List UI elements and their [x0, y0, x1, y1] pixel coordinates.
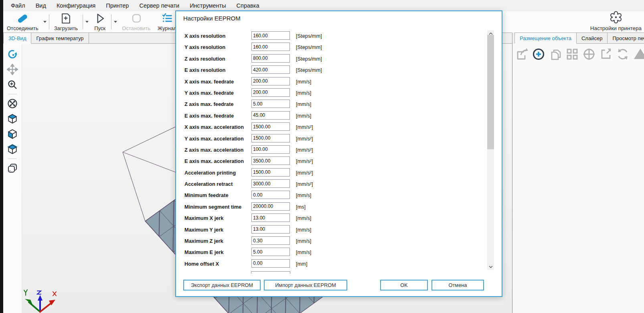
eeprom-field-unit: [mm/s²] [296, 147, 313, 153]
rotate-view-icon[interactable] [7, 49, 18, 60]
cancel-button[interactable]: Отмена [431, 280, 484, 291]
eeprom-field-label: E axis max. feedrate [184, 113, 234, 119]
eeprom-field-unit: [mm/s] [296, 113, 311, 119]
eeprom-row: Minimum segment time[ms] [176, 202, 488, 213]
eeprom-row: Y axis resolution[Steps/mm] [176, 42, 488, 53]
eeprom-row: X axis max. feedrate[mm/s] [176, 77, 488, 88]
eeprom-field-unit: [mm/s²] [296, 124, 313, 130]
center-object-icon[interactable] [582, 47, 596, 61]
eeprom-field-input[interactable] [251, 122, 290, 131]
eeprom-field-label: Z axis max. feedrate [184, 101, 233, 107]
eeprom-field-input[interactable] [251, 145, 290, 154]
import-eeprom-button[interactable]: Импорт данных EEPROM [264, 280, 347, 291]
log-label: Журнал [158, 25, 176, 31]
eeprom-field-unit: [mm/s²] [296, 181, 313, 187]
menu-print-server[interactable]: Сервер печати [134, 0, 184, 11]
start-button[interactable]: Пуск [90, 11, 110, 33]
load-button[interactable]: Загрузить [51, 11, 81, 33]
eeprom-field-label: X axis resolution [184, 33, 225, 39]
tab-print-preview[interactable]: Просмотр печа [608, 33, 644, 43]
eeprom-field-input[interactable] [251, 134, 290, 142]
eeprom-field-unit: [Steps/mm] [296, 67, 322, 73]
eeprom-field-input[interactable] [251, 202, 290, 211]
eeprom-row: Acceleration retract[mm/s²] [176, 179, 488, 190]
printer-settings-button[interactable]: Настройки принтера [588, 11, 644, 33]
eeprom-row: Z axis max. acceleration[mm/s²] [176, 145, 488, 156]
eeprom-field-input[interactable] [251, 225, 290, 234]
app-window: Файл Вид Конфигурация Принтер Сервер печ… [0, 0, 644, 313]
panel-divider[interactable] [512, 33, 512, 313]
eeprom-row: X axis max. acceleration[mm/s²] [176, 122, 488, 133]
eeprom-row: Maximum X jerk[mm/s] [176, 213, 488, 224]
eeprom-row: Z axis resolution[Steps/mm] [176, 54, 488, 65]
tab-temperature-graph[interactable]: График температур [31, 33, 89, 43]
zoom-icon[interactable] [7, 79, 18, 90]
copy-view-icon[interactable] [7, 163, 18, 174]
disconnect-icon [16, 12, 29, 25]
eeprom-field-input[interactable] [251, 259, 290, 268]
eeprom-field-input[interactable] [251, 100, 290, 108]
eeprom-field-input[interactable] [251, 191, 290, 199]
ok-button[interactable]: OK [380, 280, 428, 291]
eeprom-field-label: Minimum segment time [184, 204, 241, 210]
eeprom-field-input[interactable] [251, 65, 290, 74]
fit-view-icon[interactable] [7, 98, 18, 109]
cube-top-icon[interactable] [7, 113, 18, 124]
eeprom-field-input[interactable] [251, 168, 290, 177]
object-toolbar [513, 44, 644, 61]
tab-object-placement[interactable]: Размещение объекта [514, 33, 577, 44]
copy-object-icon[interactable] [548, 47, 563, 61]
menu-file[interactable]: Файл [6, 0, 30, 11]
rotate-object-icon[interactable] [616, 47, 630, 61]
start-dropdown[interactable] [113, 11, 118, 33]
eeprom-field-input[interactable] [251, 111, 290, 120]
eeprom-field-input[interactable] [251, 179, 290, 188]
eeprom-row: Y axis max. feedrate[mm/s] [176, 88, 488, 99]
disconnect-dropdown[interactable] [42, 11, 48, 33]
eeprom-field-label: Z axis resolution [184, 56, 225, 62]
add-object-icon[interactable] [531, 47, 546, 61]
menu-view[interactable]: Вид [30, 0, 51, 11]
tab-3d-view-label: 3D-Вид [8, 35, 26, 41]
eeprom-field-input[interactable] [251, 156, 290, 165]
disconnect-button[interactable]: Отсоединить [3, 11, 42, 33]
export-object-icon[interactable] [514, 47, 529, 61]
stop-label: Остановить [122, 25, 150, 31]
eeprom-field-input[interactable] [251, 43, 290, 51]
load-dropdown[interactable] [84, 11, 90, 33]
eeprom-field-input[interactable] [251, 236, 290, 245]
eeprom-field-input-partial [251, 271, 290, 274]
tab-print-preview-label: Просмотр печа [612, 35, 644, 41]
eeprom-field-unit: [Steps/mm] [296, 33, 322, 39]
scroll-down-icon[interactable] [487, 263, 494, 270]
eeprom-field-input[interactable] [251, 77, 290, 85]
cube-iso-icon[interactable] [7, 144, 18, 155]
dialog-scrollbar[interactable] [487, 30, 494, 270]
tab-3d-view[interactable]: 3D-Вид [3, 33, 31, 44]
export-eeprom-button[interactable]: Экспорт данных EEPROM [183, 280, 261, 291]
eeprom-field-input[interactable] [251, 213, 290, 222]
eeprom-field-unit: [mm/s²] [296, 158, 313, 164]
eeprom-field-input[interactable] [251, 248, 290, 256]
menu-help[interactable]: Справка [231, 0, 265, 11]
cube-left-icon[interactable] [7, 128, 18, 140]
menu-tools[interactable]: Инструменты [184, 0, 231, 11]
eeprom-field-input[interactable] [251, 54, 290, 63]
move-view-icon[interactable] [7, 64, 18, 75]
toolbar-separator [83, 14, 83, 29]
stop-icon [130, 12, 143, 25]
scale-object-icon[interactable] [599, 47, 613, 61]
lay-flat-icon[interactable] [632, 47, 644, 61]
eeprom-field-unit: [mm/s] [296, 238, 311, 244]
sidebar-separator [8, 94, 17, 94]
eeprom-field-input[interactable] [251, 31, 290, 40]
autoposition-icon[interactable] [565, 47, 579, 61]
sidebar-separator [8, 159, 17, 159]
eeprom-field-label: E axis max. acceleration [184, 158, 244, 164]
scrollbar-thumb[interactable] [487, 35, 494, 149]
eeprom-field-input[interactable] [251, 88, 290, 97]
menu-config[interactable]: Конфигурация [51, 0, 101, 11]
eeprom-row: E axis max. feedrate[mm/s] [176, 111, 488, 122]
tab-slicer[interactable]: Слайсер [577, 33, 608, 43]
menu-printer[interactable]: Принтер [101, 0, 134, 11]
